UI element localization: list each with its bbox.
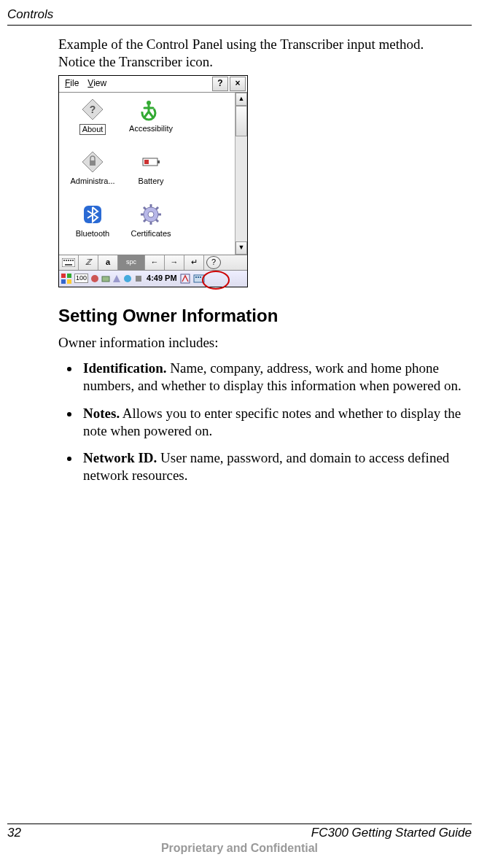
window-menubar: File View ? × [59,76,247,93]
input-toolbar: ℤ a spc ← → ↵ ? [59,255,247,270]
svg-point-11 [148,212,154,217]
intro-line-2: Notice the Transcriber icon. [58,54,213,69]
page-number: 32 [7,826,21,840]
svg-rect-20 [62,258,75,267]
gear-icon [139,202,163,227]
start-icon[interactable] [61,273,72,284]
svg-rect-26 [65,264,72,266]
close-button[interactable]: × [230,77,246,91]
list-item: Identification. Name, company, address, … [80,360,472,395]
tray-icon[interactable] [112,274,121,283]
letter-a-button[interactable]: a [98,255,118,270]
svg-rect-21 [63,260,65,261]
tray-icon[interactable] [134,274,143,283]
tray-icon[interactable] [101,274,110,283]
menu-view[interactable]: View [83,77,111,90]
cp-item-about[interactable]: ? About [63,97,122,150]
battery-icon [139,150,163,174]
svg-rect-22 [66,260,67,261]
section-heading: Setting Owner Information [58,305,472,327]
system-tray [90,274,143,283]
svg-rect-5 [90,160,96,166]
svg-point-34 [124,275,131,282]
svg-rect-8 [144,160,149,164]
list-item: Network ID. User name, password, and dom… [80,449,472,484]
annotation-circle [202,271,230,290]
help-button[interactable]: ? [212,77,228,91]
svg-rect-7 [157,160,160,163]
scroll-down-button[interactable]: ▼ [235,241,247,255]
cp-item-administra[interactable]: Administra... [63,150,122,202]
section-lead: Owner information includes: [58,334,472,352]
tray-icon[interactable] [123,274,132,283]
svg-rect-40 [200,276,201,278]
svg-text:?: ? [90,104,96,115]
space-button[interactable]: spc [118,255,145,270]
term: Notes. [83,406,120,421]
svg-marker-33 [113,275,120,282]
svg-rect-32 [102,276,109,282]
toolbar-help-button[interactable]: ? [206,256,221,269]
script-icon[interactable]: ℤ [79,255,98,270]
term: Network ID. [83,450,157,465]
rest: Allows you to enter specific notes and w… [83,406,461,438]
left-arrow-button[interactable]: ← [145,255,165,270]
enter-button[interactable]: ↵ [184,255,204,270]
menu-file[interactable]: File [61,77,83,90]
svg-rect-29 [61,279,66,284]
bullet-list: Identification. Name, company, address, … [58,360,472,484]
confidential-notice: Proprietary and Confidential [7,842,472,855]
svg-rect-39 [198,276,199,278]
term: Identification. [83,360,167,376]
svg-line-17 [156,220,158,222]
about-icon: ? [80,97,105,122]
num-indicator: 100 [74,274,88,283]
svg-point-31 [91,275,98,282]
cp-label: Certificates [131,229,171,239]
cp-label: Battery [139,177,164,187]
bluetooth-icon [80,202,105,227]
cp-label: Bluetooth [76,229,109,239]
page-footer: 32 FC300 Getting Started Guide Proprieta… [7,824,472,855]
cp-label: Accessibility [129,124,173,134]
svg-line-19 [156,207,158,209]
control-panel-screenshot: File View ? × ? About [58,75,248,287]
keyboard-icon[interactable] [59,255,79,270]
cp-item-battery[interactable]: Battery [122,150,180,202]
cp-item-certificates[interactable]: Certificates [122,202,180,255]
cp-label: Administra... [70,177,114,187]
guide-title: FC300 Getting Started Guide [311,826,472,840]
control-panel-grid: ? About Accessibility [59,93,235,255]
svg-rect-35 [136,276,141,282]
lock-icon [80,150,105,174]
svg-rect-25 [72,260,74,261]
list-item: Notes. Allows you to enter specific note… [80,405,472,440]
accessibility-icon [139,97,163,122]
header-rule [7,25,472,26]
tray-icon[interactable] [90,274,99,283]
intro-line-1: Example of the Control Panel using the T… [58,36,424,52]
transcriber-icon[interactable] [179,273,191,284]
vertical-scrollbar[interactable]: ▲ ▼ [235,93,247,255]
scroll-up-button[interactable]: ▲ [235,93,247,106]
right-arrow-button[interactable]: → [165,255,184,270]
svg-line-16 [144,207,146,209]
cp-item-accessibility[interactable]: Accessibility [122,97,180,150]
running-head: Controls [7,7,472,25]
clock: 4:49 PM [147,274,177,284]
cp-item-bluetooth[interactable]: Bluetooth [63,202,122,255]
intro-paragraph: Example of the Control Panel using the T… [58,36,472,71]
svg-rect-27 [61,274,66,278]
scroll-thumb[interactable] [235,106,247,136]
svg-rect-23 [68,260,69,261]
svg-line-18 [144,220,146,222]
svg-rect-30 [67,279,71,284]
cp-label: About [79,124,106,136]
svg-rect-28 [67,274,71,278]
svg-rect-24 [70,260,71,261]
svg-rect-38 [195,276,197,278]
